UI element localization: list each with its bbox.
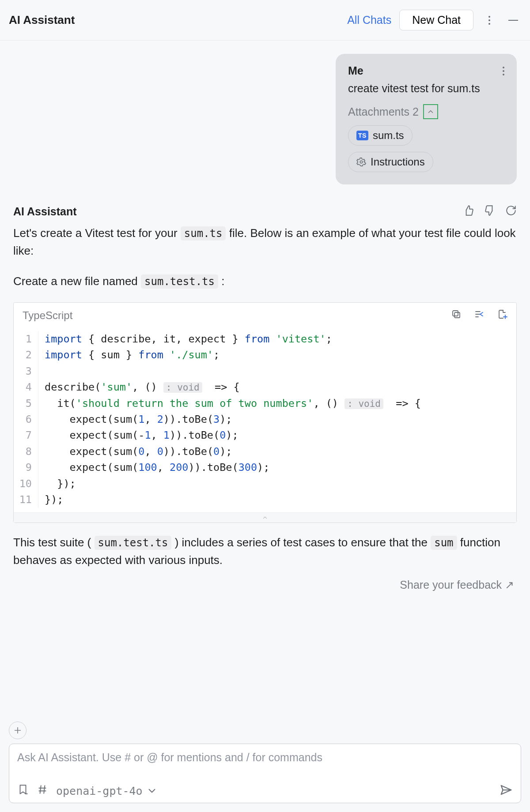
code-line: 10 });	[14, 476, 516, 492]
attachments-collapse-icon[interactable]	[423, 104, 438, 119]
kebab-menu-icon[interactable]	[481, 12, 497, 28]
inline-code: sum.test.ts	[95, 536, 172, 550]
header: AI Assistant All Chats New Chat	[0, 0, 530, 41]
line-number: 4	[14, 379, 38, 395]
composer[interactable]: Ask AI Assistant. Use # or @ for mention…	[9, 744, 521, 803]
share-feedback-link[interactable]: Share your feedback ↗	[400, 579, 514, 591]
hash-icon[interactable]	[37, 784, 48, 798]
model-picker[interactable]: openai-gpt-4o	[56, 785, 158, 797]
attachment-chip-instructions-label: Instructions	[371, 156, 425, 168]
new-chat-button[interactable]: New Chat	[399, 10, 473, 30]
assistant-actions	[463, 205, 517, 218]
gear-icon	[356, 157, 366, 167]
new-file-icon[interactable]	[497, 309, 507, 322]
line-number: 2	[14, 347, 38, 363]
line-number: 5	[14, 395, 38, 411]
line-content	[38, 363, 45, 379]
typescript-badge-icon: TS	[356, 131, 368, 140]
user-message-row: Me create vitest test for sum.ts Attachm…	[13, 54, 517, 184]
code-line: 8 expect(sum(0, 0)).toBe(0);	[14, 444, 516, 459]
code-collapse-handle[interactable]	[14, 512, 516, 523]
assistant-paragraph-3: This test suite ( sum.test.ts ) includes…	[13, 534, 517, 569]
attachments-header: Attachments 2	[348, 104, 504, 119]
svg-rect-1	[454, 312, 460, 318]
line-number: 11	[14, 492, 38, 508]
code-language-label: TypeScript	[23, 309, 72, 322]
attachment-chip-file[interactable]: TS sum.ts	[348, 125, 413, 146]
line-content: describe('sum', () : void => {	[38, 379, 240, 395]
insert-icon[interactable]	[474, 309, 485, 322]
code-line: 5 it('should return the sum of two numbe…	[14, 395, 516, 411]
chevron-down-icon	[146, 785, 158, 797]
bookmark-icon[interactable]	[17, 784, 29, 798]
line-content: import { sum } from './sum';	[38, 347, 220, 363]
chat-body: Me create vitest test for sum.ts Attachm…	[0, 41, 530, 722]
code-line: 3	[14, 363, 516, 379]
feedback-row: Share your feedback ↗	[13, 574, 517, 600]
svg-rect-2	[453, 311, 458, 316]
line-number: 10	[14, 476, 38, 492]
user-message-text: create vitest test for sum.ts	[348, 81, 504, 96]
line-content: import { describe, it, expect } from 'vi…	[38, 331, 332, 347]
thumbs-down-icon[interactable]	[484, 205, 496, 218]
code-block-header: TypeScript	[14, 303, 516, 328]
composer-footer: openai-gpt-4o	[17, 783, 513, 798]
line-number: 3	[14, 363, 38, 379]
composer-area: Ask AI Assistant. Use # or @ for mention…	[0, 722, 530, 812]
code-line: 1import { describe, it, expect } from 'v…	[14, 331, 516, 347]
code-line: 2import { sum } from './sum';	[14, 347, 516, 363]
regenerate-icon[interactable]	[505, 205, 517, 218]
thumbs-up-icon[interactable]	[463, 205, 474, 218]
app-title: AI Assistant	[9, 13, 75, 27]
assistant-paragraph-1: Let's create a Vitest test for your sum.…	[13, 224, 517, 260]
line-number: 8	[14, 444, 38, 459]
assistant-name: AI Assistant	[13, 205, 77, 218]
attachment-chip-instructions[interactable]: Instructions	[348, 152, 433, 172]
attachment-chips: TS sum.ts Instructions	[348, 125, 504, 172]
code-line: 9 expect(sum(100, 200)).toBe(300);	[14, 459, 516, 475]
line-number: 1	[14, 331, 38, 347]
attachments-label: Attachments 2	[348, 105, 419, 118]
line-content: });	[38, 476, 76, 492]
all-chats-link[interactable]: All Chats	[347, 14, 391, 26]
code-line: 6 expect(sum(1, 2)).toBe(3);	[14, 411, 516, 427]
code-line: 11});	[14, 492, 516, 508]
svg-point-0	[360, 161, 363, 163]
inline-code: sum	[431, 536, 457, 550]
attachment-chip-file-label: sum.ts	[373, 129, 404, 142]
svg-line-14	[44, 786, 45, 793]
minimize-icon[interactable]	[505, 12, 521, 28]
line-number: 6	[14, 411, 38, 427]
line-content: expect(sum(1, 2)).toBe(3);	[38, 411, 232, 427]
code-line: 4describe('sum', () : void => {	[14, 379, 516, 395]
copy-icon[interactable]	[451, 309, 462, 322]
inline-code: sum.test.ts	[141, 274, 218, 289]
line-content: it('should return the sum of two numbers…	[38, 395, 421, 411]
line-content: expect(sum(0, 0)).toBe(0);	[38, 444, 232, 459]
add-attachment-button[interactable]	[9, 722, 26, 739]
code-block-actions	[451, 309, 507, 322]
message-menu-icon[interactable]	[503, 67, 504, 75]
line-number: 9	[14, 459, 38, 475]
line-content: expect(sum(-1, 1)).toBe(0);	[38, 427, 238, 443]
line-number: 7	[14, 427, 38, 443]
code-block: TypeScript 1import { describe, it, expec…	[13, 302, 517, 523]
line-content: });	[38, 492, 63, 508]
inline-code: sum.ts	[181, 226, 226, 241]
user-message-bubble: Me create vitest test for sum.ts Attachm…	[336, 54, 517, 184]
code-body: 1import { describe, it, expect } from 'v…	[14, 328, 516, 512]
send-button[interactable]	[500, 783, 513, 798]
model-name: openai-gpt-4o	[56, 785, 143, 797]
assistant-header: AI Assistant	[13, 205, 517, 218]
header-actions: All Chats New Chat	[347, 10, 521, 30]
assistant-paragraph-2: Create a new file named sum.test.ts :	[13, 272, 517, 290]
composer-input[interactable]: Ask AI Assistant. Use # or @ for mention…	[17, 751, 513, 764]
code-line: 7 expect(sum(-1, 1)).toBe(0);	[14, 427, 516, 443]
line-content: expect(sum(100, 200)).toBe(300);	[38, 459, 269, 475]
user-name: Me	[348, 64, 363, 77]
svg-line-13	[40, 786, 41, 793]
